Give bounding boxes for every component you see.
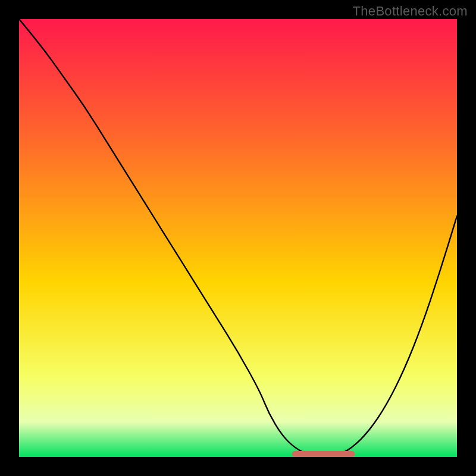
gradient-background (19, 19, 457, 457)
watermark-text: TheBottleneck.com (353, 4, 468, 19)
chart-plot (19, 19, 457, 457)
chart-stage: TheBottleneck.com (0, 0, 476, 476)
chart-svg (19, 19, 457, 457)
